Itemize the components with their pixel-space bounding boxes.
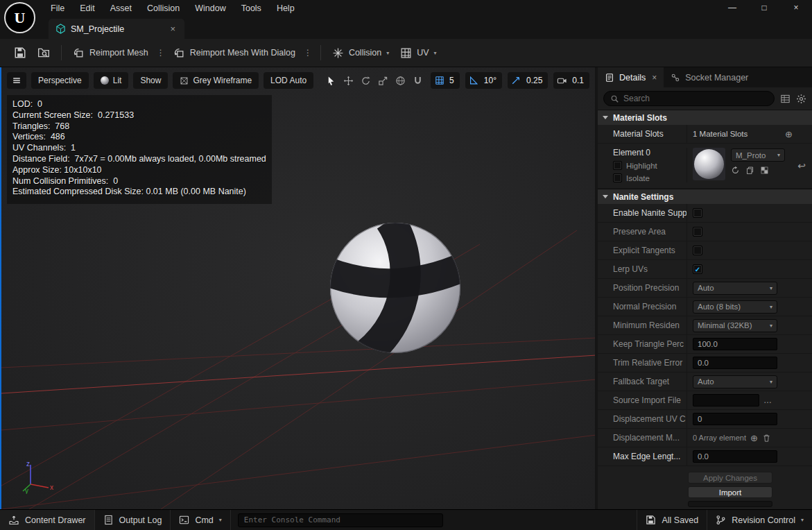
scale-tool-button[interactable] [375,73,390,88]
normal-precision-dropdown[interactable]: Auto (8 bits)▾ [693,300,777,314]
maximize-button[interactable]: □ [748,0,780,17]
category-nanite-settings[interactable]: Nanite Settings [598,189,812,204]
settings-button[interactable] [796,94,806,104]
rotation-snap-control[interactable]: 10° [465,72,502,89]
camera-speed-control[interactable]: 0.1 [553,72,589,89]
checker-preview-button[interactable] [760,166,769,175]
translate-tool-button[interactable] [340,73,356,88]
chevron-down-icon: ▾ [801,517,804,523]
displacement-uv-channel-input[interactable]: 0 [693,413,777,425]
show-menu-button[interactable]: Show [133,72,168,89]
viewport[interactable]: Perspective Lit Show Grey Wireframe LOD … [0,67,595,509]
category-material-slots[interactable]: Material Slots [598,110,812,125]
explicit-tangents-checkbox[interactable]: ✓ [693,246,702,255]
keep-triangle-percent-input[interactable]: 100.0 [693,338,777,350]
wireframe-label: Grey Wireframe [193,76,252,85]
position-precision-dropdown[interactable]: Auto▾ [693,282,777,295]
lit-mode-button[interactable]: Lit [94,72,129,89]
reimport-mesh-dialog-button[interactable]: Reimport Mesh With Dialog [168,42,301,63]
globe-icon [395,76,406,86]
reimport-mesh-button[interactable]: Reimport Mesh [67,42,154,63]
all-saved-button[interactable]: All Saved [637,510,707,530]
uv-menu-button[interactable]: UV ▾ [395,42,442,63]
magnet-icon [413,76,423,86]
material-select-dropdown[interactable]: M_Proto ▾ [731,148,785,162]
lit-label: Lit [113,76,122,85]
search-input[interactable] [623,94,768,103]
menu-asset[interactable]: Asset [103,0,139,17]
import-button[interactable]: Import [688,486,772,498]
grid-snap-control[interactable]: 5 [431,72,460,89]
tab-socket-manager[interactable]: Socket Manager [664,67,755,87]
use-selected-asset-button[interactable] [731,166,740,175]
add-array-element-button[interactable]: ⊕ [750,433,758,443]
tab-details[interactable]: Details × [598,67,664,87]
collision-menu-button[interactable]: Collision ▾ [327,42,395,63]
tab-sm-projectile[interactable]: SM_Projectile × [49,19,184,39]
select-tool-button[interactable] [323,73,338,88]
chevron-down-icon: ▾ [434,50,437,56]
transform-tools: 5 10° 0.25 0.1 [323,72,589,89]
revision-control-button[interactable]: Revision Control ▾ [707,510,812,530]
tab-close-icon[interactable]: × [168,24,178,34]
clear-array-button[interactable] [762,434,771,443]
console-command-input[interactable] [238,513,443,527]
reset-to-default-button[interactable]: ↩ [797,160,806,171]
partially-visible-button[interactable] [688,501,772,507]
source-import-file-input[interactable] [693,394,759,407]
property-label: Minimum Residen [598,320,686,330]
scale-snap-control[interactable]: 0.25 [508,72,548,89]
reimport-mesh-dropdown[interactable]: ⋮ [154,48,168,58]
preserve-area-checkbox[interactable]: ✓ [693,227,702,237]
max-edge-length-input[interactable]: 0.0 [693,450,777,463]
socket-manager-tab-label: Socket Manager [685,73,748,83]
menu-edit[interactable]: Edit [72,0,103,17]
save-button[interactable] [8,42,32,63]
property-label: Trim Relative Error [598,358,686,368]
rotate-tool-button[interactable] [358,73,373,88]
minimum-residency-dropdown[interactable]: Minimal (32KB)▾ [693,319,777,332]
menu-tools[interactable]: Tools [234,0,269,17]
highlight-checkbox[interactable]: ✓ [613,161,622,170]
output-log-button[interactable]: Output Log [95,510,171,530]
enable-nanite-checkbox[interactable]: ✓ [693,208,702,218]
search-box[interactable] [603,91,775,106]
coordinate-system-button[interactable] [392,73,408,88]
material-slots-row: Material Slots 1 Material Slots ⊕ [598,125,812,144]
details-tab-bar: Details × Socket Manager [598,67,812,87]
menu-file[interactable]: File [43,0,72,17]
content-drawer-button[interactable]: Content Drawer [0,510,95,530]
lod-button[interactable]: LOD Auto [264,72,313,89]
toolbar-separator [320,45,321,60]
display-options-button[interactable] [780,94,791,104]
browse-to-asset-button[interactable] [32,42,55,63]
cmd-dropdown-button[interactable]: Cmd ▾ [171,510,230,530]
reimport-dialog-dropdown[interactable]: ⋮ [301,48,315,58]
fallback-target-dropdown[interactable]: Auto▾ [693,375,777,388]
minimize-button[interactable]: — [716,0,748,17]
copy-material-button[interactable] [745,166,754,175]
viewport-options-button[interactable] [7,72,26,89]
trim-relative-error-input[interactable]: 0.0 [693,357,777,369]
close-button[interactable]: × [780,0,812,17]
details-tab-close-icon[interactable]: × [652,73,657,83]
perspective-button[interactable]: Perspective [31,72,89,89]
gear-icon [796,94,806,104]
status-bar-right: All Saved Revision Control ▾ [637,510,812,530]
isolate-option: ✓ Isolate [613,173,686,182]
browse-file-button[interactable]: … [763,395,772,405]
wireframe-button[interactable]: Grey Wireframe [173,72,259,89]
material-thumbnail[interactable] [693,148,725,180]
move-icon [343,76,354,86]
menu-window[interactable]: Window [187,0,233,17]
details-icon [605,73,614,83]
surface-snapping-button[interactable] [410,73,425,88]
apply-changes-button[interactable]: Apply Changes [688,472,772,484]
add-material-slot-button[interactable]: ⊕ [785,129,793,139]
menu-help[interactable]: Help [269,0,302,17]
isolate-checkbox[interactable]: ✓ [613,173,622,182]
menu-collision[interactable]: Collision [139,0,187,17]
property-label: Displacement UV C [598,414,686,424]
lerp-uvs-checkbox[interactable]: ✓ [693,264,702,274]
property-label: Preserve Area [598,227,686,237]
